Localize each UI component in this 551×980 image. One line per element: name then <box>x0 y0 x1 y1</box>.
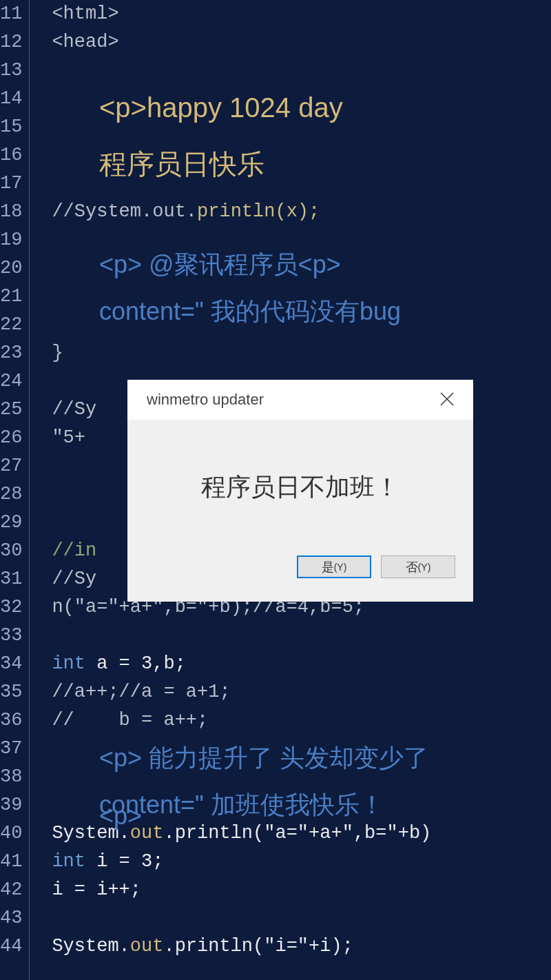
line-number: 30 <box>0 537 22 565</box>
line-number: 18 <box>0 198 22 226</box>
code-token: int <box>52 653 85 674</box>
code-line: //a++;//a = a+1; <box>52 678 551 706</box>
line-number: 14 <box>0 85 22 113</box>
line-number: 37 <box>0 735 22 763</box>
code-token: .println("i="+i); <box>163 936 353 957</box>
dialog-message: 程序员日不加班！ <box>127 420 473 555</box>
line-number: 25 <box>0 396 22 424</box>
overlay-text: content=" 加班使我快乐！ <box>99 782 428 828</box>
code-token: //Sy <box>52 569 96 589</box>
code-token: } <box>52 343 63 363</box>
overlay-blue-content-2: <p> 能力提升了 头发却变少了 content=" 加班使我快乐！ <box>99 735 428 828</box>
code-line: i = i++; <box>52 876 551 904</box>
line-number: 11 <box>0 0 22 28</box>
code-line: // b = a++; <box>52 706 551 735</box>
code-token: "5+ <box>52 427 85 448</box>
code-line: } <box>52 339 551 367</box>
code-token: out <box>130 936 164 957</box>
line-number: 34 <box>0 650 22 678</box>
overlay-text: <p> 能力提升了 头发却变少了 <box>99 735 428 782</box>
code-token: i = 3; <box>85 851 163 872</box>
line-number: 22 <box>0 311 22 339</box>
code-line <box>52 622 551 650</box>
code-token: println(x); <box>197 201 320 222</box>
line-number: 33 <box>0 622 22 650</box>
line-number: 41 <box>0 848 22 876</box>
updater-dialog: winmetro updater 程序员日不加班！ 是(Y) 否(Y) <box>127 380 473 602</box>
overlay-gold-title: <p>happy 1024 day 程序员日快乐 <box>99 79 343 192</box>
line-number: 35 <box>0 678 22 706</box>
overlay-text: <p> @聚讯程序员<p> <box>99 241 401 288</box>
line-number: 13 <box>0 57 22 85</box>
dialog-titlebar[interactable]: winmetro updater <box>127 380 473 420</box>
code-line: int a = 3,b; <box>52 650 551 678</box>
line-number: 43 <box>0 904 22 932</box>
overlay-text: content=" 我的代码没有bug <box>99 288 401 335</box>
code-token: // b = a++; <box>52 710 208 731</box>
code-token: int <box>52 851 85 872</box>
code-token: //in <box>52 540 96 561</box>
line-number: 24 <box>0 367 22 396</box>
code-token: //System.out. <box>52 201 197 222</box>
code-line: int i = 3; <box>52 848 551 876</box>
line-number: 17 <box>0 170 22 198</box>
dialog-button-row: 是(Y) 否(Y) <box>127 555 473 602</box>
line-number: 21 <box>0 283 22 311</box>
code-line <box>52 904 551 932</box>
line-number: 40 <box>0 819 22 848</box>
code-line: System.out.println("i="+i); <box>52 932 551 961</box>
code-line: <html> <box>52 0 551 28</box>
line-number: 44 <box>0 932 22 961</box>
line-number: 12 <box>0 28 22 57</box>
code-line: <head> <box>52 28 551 57</box>
line-gutter: 1112131415161718192021222324252627282930… <box>0 0 30 980</box>
line-number: 15 <box>0 113 22 141</box>
overlay-text: <p>happy 1024 day <box>99 79 343 136</box>
code-token: //a++;//a = a+1; <box>52 682 230 702</box>
line-number: 23 <box>0 339 22 367</box>
code-token: a = 3,b; <box>85 653 186 674</box>
code-token: <html> <box>52 3 118 24</box>
no-button[interactable]: 否(Y) <box>381 555 455 578</box>
line-number: 26 <box>0 424 22 452</box>
code-token: <head> <box>52 32 118 52</box>
code-line: //System.out.println(x); <box>52 198 551 226</box>
line-number: 39 <box>0 791 22 819</box>
line-number: 28 <box>0 480 22 509</box>
line-number: 19 <box>0 226 22 254</box>
line-number: 36 <box>0 706 22 735</box>
line-number: 42 <box>0 876 22 904</box>
close-icon[interactable] <box>433 388 461 411</box>
code-token: //Sy <box>52 399 96 420</box>
yes-button[interactable]: 是(Y) <box>297 555 371 578</box>
overlay-text: 程序员日快乐 <box>99 136 343 192</box>
dialog-title: winmetro updater <box>147 391 264 409</box>
line-number: 27 <box>0 452 22 480</box>
code-token: System. <box>52 936 129 957</box>
line-number: 16 <box>0 141 22 170</box>
line-number: 38 <box>0 763 22 791</box>
overlay-blue-content-1: <p> @聚讯程序员<p> content=" 我的代码没有bug <box>99 241 401 335</box>
overlay-blue-ptag: <p> <box>99 793 142 839</box>
line-number: 20 <box>0 254 22 283</box>
line-number: 31 <box>0 565 22 593</box>
line-number: 29 <box>0 509 22 537</box>
line-number: 32 <box>0 593 22 622</box>
code-token: i = i++; <box>52 879 141 900</box>
